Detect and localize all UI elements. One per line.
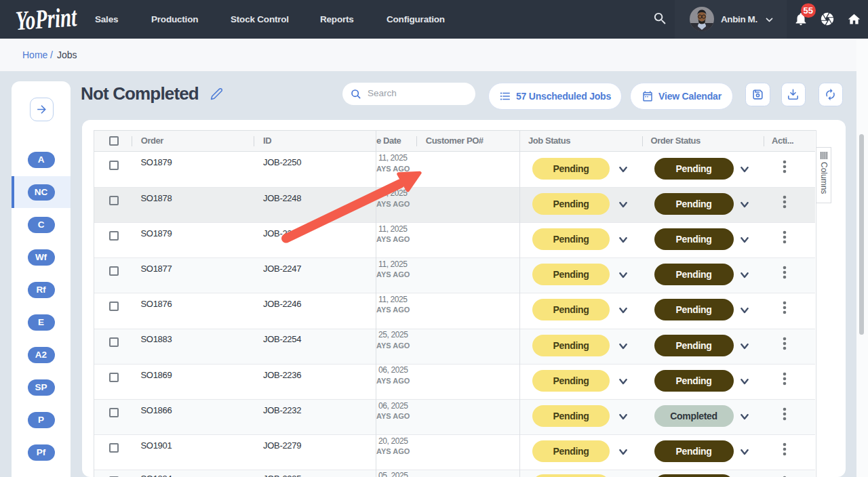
svg-text:YoPrint: YoPrint xyxy=(15,1,79,36)
